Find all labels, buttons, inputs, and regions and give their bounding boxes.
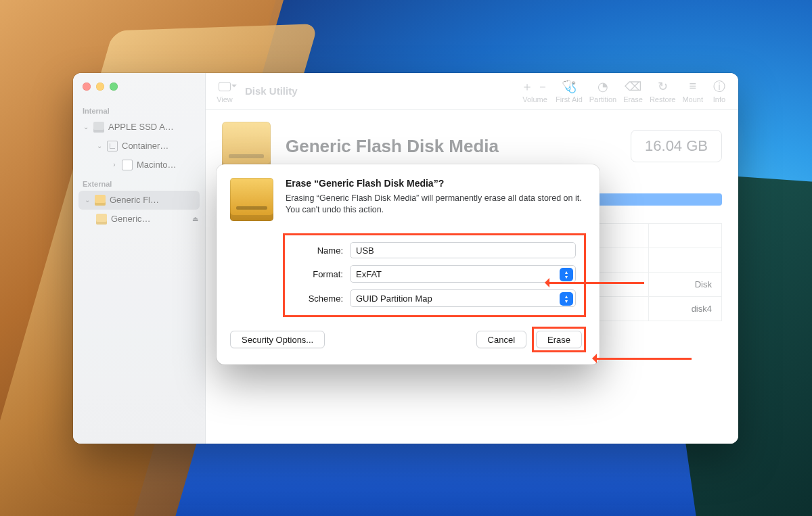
chevron-down-icon: ⌄ xyxy=(83,120,89,134)
scheme-value: GUID Partition Map xyxy=(356,294,432,304)
minimize-button[interactable] xyxy=(96,83,104,91)
erase-button-highlight: Erase xyxy=(532,327,586,352)
format-value: ExFAT xyxy=(356,269,382,279)
window-controls xyxy=(73,80,205,101)
disk-icon xyxy=(96,214,107,225)
sidebar-item-internal-disk[interactable]: ⌄ APPLE SSD A… xyxy=(73,118,205,137)
device-capacity: 16.04 GB xyxy=(631,130,722,162)
toolbar-first-aid[interactable]: 🩺 First Aid xyxy=(556,79,583,103)
device-icon xyxy=(230,178,273,221)
cancel-button[interactable]: Cancel xyxy=(476,331,526,348)
chevron-down-icon: ⌄ xyxy=(84,193,91,207)
sidebar-item-external-disk[interactable]: ⌄ Generic Fl… xyxy=(78,191,200,210)
sidebar-item-volume[interactable]: › Macinto… xyxy=(73,156,205,174)
sidebar-item-label: APPLE SSD A… xyxy=(108,120,174,134)
scheme-select[interactable]: GUID Partition Map xyxy=(350,289,576,307)
eject-icon[interactable]: ⏏ xyxy=(191,212,198,226)
first-aid-icon: 🩺 xyxy=(560,79,579,94)
mount-icon: ≡ xyxy=(683,79,702,94)
device-title: Generic Flash Disk Media xyxy=(286,136,499,157)
toolbar-info[interactable]: ⓘ Info xyxy=(710,79,729,103)
close-button[interactable] xyxy=(83,83,91,91)
sidebar-item-container[interactable]: ⌄ Container… xyxy=(73,137,205,156)
toolbar-erase[interactable]: ⌫ Erase xyxy=(623,79,643,103)
dialog-description: Erasing “Generic Flash Disk Media” will … xyxy=(286,193,586,216)
disk-icon xyxy=(95,195,106,206)
name-input[interactable] xyxy=(350,242,576,258)
sidebar-item-label: Generic Fl… xyxy=(110,193,159,207)
toolbar-restore[interactable]: ↻ Restore xyxy=(650,79,676,103)
toolbar-partition[interactable]: ◔ Partition xyxy=(589,79,616,103)
chevron-right-icon: › xyxy=(111,158,118,172)
restore-icon: ↻ xyxy=(653,79,672,94)
container-icon xyxy=(107,141,118,151)
stepper-icon xyxy=(560,292,573,306)
device-icon xyxy=(222,122,271,170)
info-icon: ⓘ xyxy=(710,79,729,94)
window-title: Disk Utility xyxy=(245,85,298,97)
toolbar: View Disk Utility ＋ － Volume 🩺 First Aid… xyxy=(206,73,738,110)
plus-minus-icon: ＋ － xyxy=(521,79,549,94)
chevron-down-icon: ⌄ xyxy=(96,139,103,153)
erase-button[interactable]: Erase xyxy=(536,331,582,348)
zoom-button[interactable] xyxy=(110,83,118,91)
disk-icon xyxy=(93,122,104,133)
security-options-button[interactable]: Security Options... xyxy=(230,331,325,348)
sidebar: Internal ⌄ APPLE SSD A… ⌄ Container… › M… xyxy=(73,73,206,444)
partition-icon: ◔ xyxy=(593,79,612,94)
stepper-icon xyxy=(560,268,573,281)
sidebar-section-external: External xyxy=(73,174,205,191)
sidebar-item-external-volume[interactable]: Generic… ⏏ xyxy=(73,210,205,229)
sidebar-item-label: Macinto… xyxy=(137,158,177,172)
erase-icon: ⌫ xyxy=(624,79,643,94)
dialog-title: Erase “Generic Flash Disk Media”? xyxy=(286,178,586,189)
toolbar-view[interactable]: View xyxy=(215,79,234,103)
format-label: Format: xyxy=(293,269,343,279)
erase-dialog: Erase “Generic Flash Disk Media”? Erasin… xyxy=(217,164,600,365)
sidebar-section-internal: Internal xyxy=(73,101,205,118)
name-label: Name: xyxy=(293,245,343,256)
erase-form-highlight: Name: Format: ExFAT Scheme: GUID Partiti… xyxy=(283,233,586,317)
sidebar-toggle-icon xyxy=(219,82,231,91)
toolbar-mount[interactable]: ≡ Mount xyxy=(682,79,703,103)
volume-icon xyxy=(122,160,133,170)
toolbar-volume[interactable]: ＋ － Volume xyxy=(521,79,549,103)
scheme-label: Scheme: xyxy=(293,294,343,304)
sidebar-item-label: Generic… xyxy=(111,212,151,226)
sidebar-item-label: Container… xyxy=(122,139,168,153)
